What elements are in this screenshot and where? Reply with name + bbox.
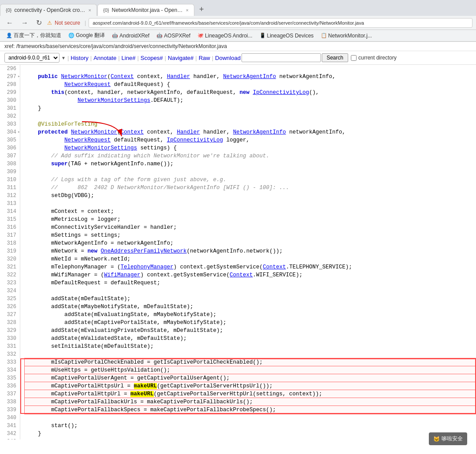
watermark-icon: 🐱 xyxy=(433,436,440,442)
code-line: mIsCaptivePortalCheckEnabled = getIsCapt… xyxy=(25,358,476,366)
lineageos-devices-icon: 📱 xyxy=(260,33,266,38)
line-number: 343 xyxy=(2,438,16,439)
bookmark-aospxref[interactable]: 🤖 AOSPXRef xyxy=(154,32,193,40)
line-number: 299 xyxy=(2,89,16,97)
back-button[interactable]: ← xyxy=(4,18,16,28)
history-link[interactable]: History xyxy=(71,55,88,61)
navigate-link[interactable]: Navigate# xyxy=(168,55,194,61)
bookmark-networkmonitor[interactable]: 📋 NetworkMonitor.j... xyxy=(318,32,375,40)
code-line: setDbg(VDBG); xyxy=(25,192,476,200)
line-number: 302 xyxy=(2,112,16,120)
bookmark-androidxref[interactable]: 🤖 AndroidXRef xyxy=(109,32,152,40)
tab-2-close[interactable]: × xyxy=(186,7,189,13)
code-line: mCaptivePortalUserAgent = getCaptivePort… xyxy=(25,374,476,382)
version-select[interactable]: android-9.0.0_r61 xyxy=(4,53,60,63)
new-tab-button[interactable]: + xyxy=(195,3,208,16)
code-line xyxy=(25,112,476,120)
bookmark-baidu[interactable]: 👤 百度一下，你就知道 xyxy=(4,31,64,40)
line-number: 339 xyxy=(2,406,16,414)
line-number: 342 xyxy=(2,430,16,438)
code-line: mConnectivityServiceHandler = handler; xyxy=(25,223,476,231)
code-line: this(context, handler, networkAgentInfo,… xyxy=(25,89,476,97)
line-number: 311 xyxy=(2,184,16,192)
line-number: 303 xyxy=(2,120,16,128)
code-line: addState(mValidatedState, mDefaultState)… xyxy=(25,335,476,342)
line-number: 307 xyxy=(2,152,16,160)
code-line: addState(mEvaluatingPrivateDnsState, mDe… xyxy=(25,327,476,335)
google-translate-icon: 🌐 xyxy=(68,33,74,38)
code-line xyxy=(25,168,476,176)
watermark: 🐱 哆啦安全 xyxy=(429,432,467,445)
search-input[interactable] xyxy=(242,53,321,62)
line-number: 327 xyxy=(2,311,16,319)
forward-button[interactable]: → xyxy=(19,18,31,28)
line-number: 341 xyxy=(2,422,16,430)
bookmark-lineageos-devices-label: LineageOS Devices xyxy=(267,33,314,39)
line-number: 323 xyxy=(2,279,16,287)
expand-icon[interactable]: ▸ xyxy=(18,128,20,136)
tab-1-close[interactable]: × xyxy=(89,7,91,13)
tab-bar: {0} connectivity - OpenGrok cross... × {… xyxy=(0,0,476,16)
line-number: 326 xyxy=(2,303,16,311)
line-number: 325 xyxy=(2,295,16,303)
code-line: addState(mMaybeNotifyState, mDefaultStat… xyxy=(25,303,476,311)
code-line: @VisibleForTesting xyxy=(25,120,476,128)
line-number: 296 xyxy=(2,65,16,73)
line-number: 329 xyxy=(2,327,16,335)
code-container: 2962972982993003013023033043053063073083… xyxy=(0,65,476,439)
code-line: NetworkMonitorSettings.DEFAULT); xyxy=(25,97,476,104)
line-number: 322 xyxy=(2,271,16,279)
expand-icon[interactable]: ▸ xyxy=(18,73,20,81)
line-number: 319 xyxy=(2,247,16,255)
bookmark-lineageos-android[interactable]: 🐙 LineageOS Androi... xyxy=(195,32,255,40)
sep2: | xyxy=(90,55,92,61)
tab-2-icon: {0} xyxy=(103,7,109,13)
line-number: 330 xyxy=(2,335,16,342)
line-number: 333 xyxy=(2,358,16,366)
line-number: 308 xyxy=(2,160,16,168)
tab-1[interactable]: {0} connectivity - OpenGrok cross... × xyxy=(0,4,97,16)
current-directory-checkbox[interactable] xyxy=(351,55,357,61)
code-line xyxy=(25,438,476,439)
bookmark-google-translate[interactable]: 🌐 Google 翻译 xyxy=(66,31,108,40)
download-link[interactable]: Download xyxy=(215,55,241,61)
code-line: mCaptivePortalFallbackSpecs = makeCaptiv… xyxy=(25,406,476,414)
code-line: mCaptivePortalHttpsUrl = makeURL(getCapt… xyxy=(25,382,476,390)
line-number: 297 xyxy=(2,73,16,81)
lineageos-android-icon: 🐙 xyxy=(197,33,204,38)
code-line: // 862 2402 D NetworkMonitor/NetworkAgen… xyxy=(25,184,476,192)
code-line: mNetId = mNetwork.netId; xyxy=(25,255,476,263)
tab-2[interactable]: {0} NetworkMonitor.java - OpenG... × xyxy=(97,4,194,16)
code-line xyxy=(25,200,476,208)
current-directory-label: current directory xyxy=(358,55,397,61)
line-number: 335 xyxy=(2,374,16,382)
bookmark-lineageos-devices[interactable]: 📱 LineageOS Devices xyxy=(257,32,316,40)
line-number: 298 xyxy=(2,81,16,89)
search-button[interactable]: Search xyxy=(322,53,348,62)
code-line xyxy=(25,65,476,73)
code-line: super(TAG + networkAgentInfo.name()); xyxy=(25,160,476,168)
bookmark-networkmonitor-label: NetworkMonitor.j... xyxy=(328,33,372,39)
code-line: mUseHttps = getUseHttpsValidation(); xyxy=(25,366,476,374)
security-icon: ⚠ xyxy=(47,20,52,26)
refresh-button[interactable]: ↻ xyxy=(33,18,45,28)
raw-link[interactable]: Raw xyxy=(199,55,210,61)
line-number: 340 xyxy=(2,414,16,422)
line-link[interactable]: Line# xyxy=(122,55,136,61)
code-line: mCaptivePortalHttpUrl = makeURL(getCapti… xyxy=(25,390,476,398)
line-number: 313 xyxy=(2,200,16,208)
line-number: 301 xyxy=(2,104,16,112)
line-number: 312 xyxy=(2,192,16,200)
url-bar[interactable] xyxy=(89,18,472,28)
line-number: 324 xyxy=(2,287,16,295)
code-line: addState(mEvaluatingState, mMaybeNotifyS… xyxy=(25,311,476,319)
code-line: } xyxy=(25,104,476,112)
scopes-link[interactable]: Scopes# xyxy=(141,55,163,61)
line-number: 309 xyxy=(2,168,16,176)
code-line: mNetworkAgentInfo = networkAgentInfo; xyxy=(25,239,476,247)
annotate-link[interactable]: Annotate xyxy=(93,55,116,61)
code-line: ▸ public NetworkMonitor(Context context,… xyxy=(25,73,476,81)
code-line: mDefaultRequest = defaultRequest; xyxy=(25,279,476,287)
sep3: | xyxy=(118,55,119,61)
code-line: addState(mDefaultState); xyxy=(25,295,476,303)
